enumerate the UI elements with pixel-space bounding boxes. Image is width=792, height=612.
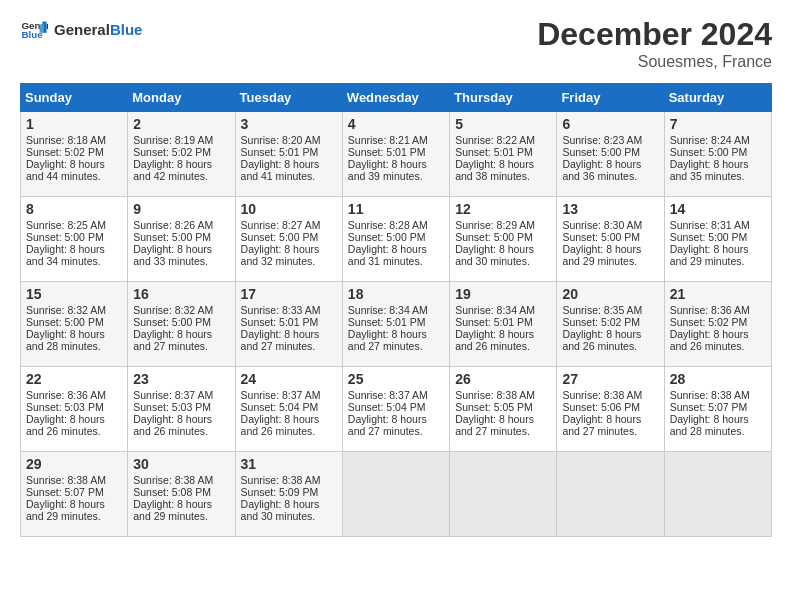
daylight-text: Daylight: 8 hours and 26 minutes.	[670, 328, 766, 352]
day-cell: 4Sunrise: 8:21 AMSunset: 5:01 PMDaylight…	[342, 112, 449, 197]
sunset-text: Sunset: 5:08 PM	[133, 486, 229, 498]
svg-marker-3	[40, 24, 44, 32]
sunset-text: Sunset: 5:01 PM	[348, 146, 444, 158]
day-number: 30	[133, 456, 229, 472]
sunset-text: Sunset: 5:00 PM	[133, 316, 229, 328]
sunrise-text: Sunrise: 8:28 AM	[348, 219, 444, 231]
logo-text: GeneralBlue	[54, 21, 142, 39]
sunrise-text: Sunrise: 8:26 AM	[133, 219, 229, 231]
header-day: Tuesday	[235, 84, 342, 112]
daylight-text: Daylight: 8 hours and 31 minutes.	[348, 243, 444, 267]
sunset-text: Sunset: 5:06 PM	[562, 401, 658, 413]
daylight-text: Daylight: 8 hours and 33 minutes.	[133, 243, 229, 267]
day-cell: 7Sunrise: 8:24 AMSunset: 5:00 PMDaylight…	[664, 112, 771, 197]
header-day: Sunday	[21, 84, 128, 112]
sunrise-text: Sunrise: 8:24 AM	[670, 134, 766, 146]
daylight-text: Daylight: 8 hours and 44 minutes.	[26, 158, 122, 182]
daylight-text: Daylight: 8 hours and 34 minutes.	[26, 243, 122, 267]
header: General Blue GeneralBlue December 2024 S…	[20, 16, 772, 71]
sunset-text: Sunset: 5:05 PM	[455, 401, 551, 413]
header-day: Friday	[557, 84, 664, 112]
day-number: 25	[348, 371, 444, 387]
day-number: 12	[455, 201, 551, 217]
daylight-text: Daylight: 8 hours and 27 minutes.	[455, 413, 551, 437]
daylight-text: Daylight: 8 hours and 41 minutes.	[241, 158, 337, 182]
day-cell: 29Sunrise: 8:38 AMSunset: 5:07 PMDayligh…	[21, 452, 128, 537]
sunrise-text: Sunrise: 8:21 AM	[348, 134, 444, 146]
day-cell: 22Sunrise: 8:36 AMSunset: 5:03 PMDayligh…	[21, 367, 128, 452]
daylight-text: Daylight: 8 hours and 27 minutes.	[241, 328, 337, 352]
day-cell: 3Sunrise: 8:20 AMSunset: 5:01 PMDaylight…	[235, 112, 342, 197]
daylight-text: Daylight: 8 hours and 26 minutes.	[562, 328, 658, 352]
sunset-text: Sunset: 5:01 PM	[348, 316, 444, 328]
day-number: 24	[241, 371, 337, 387]
sunrise-text: Sunrise: 8:30 AM	[562, 219, 658, 231]
calendar-table: SundayMondayTuesdayWednesdayThursdayFrid…	[20, 83, 772, 537]
sunrise-text: Sunrise: 8:23 AM	[562, 134, 658, 146]
day-number: 20	[562, 286, 658, 302]
sunset-text: Sunset: 5:03 PM	[133, 401, 229, 413]
day-number: 9	[133, 201, 229, 217]
title-block: December 2024 Souesmes, France	[537, 16, 772, 71]
sunset-text: Sunset: 5:00 PM	[562, 231, 658, 243]
logo: General Blue GeneralBlue	[20, 16, 142, 44]
daylight-text: Daylight: 8 hours and 29 minutes.	[133, 498, 229, 522]
daylight-text: Daylight: 8 hours and 26 minutes.	[133, 413, 229, 437]
day-number: 2	[133, 116, 229, 132]
sunrise-text: Sunrise: 8:20 AM	[241, 134, 337, 146]
sunrise-text: Sunrise: 8:38 AM	[241, 474, 337, 486]
sunset-text: Sunset: 5:01 PM	[241, 146, 337, 158]
daylight-text: Daylight: 8 hours and 26 minutes.	[455, 328, 551, 352]
day-cell	[557, 452, 664, 537]
sunrise-text: Sunrise: 8:32 AM	[26, 304, 122, 316]
sunrise-text: Sunrise: 8:35 AM	[562, 304, 658, 316]
day-number: 16	[133, 286, 229, 302]
day-cell: 25Sunrise: 8:37 AMSunset: 5:04 PMDayligh…	[342, 367, 449, 452]
day-cell: 17Sunrise: 8:33 AMSunset: 5:01 PMDayligh…	[235, 282, 342, 367]
sunrise-text: Sunrise: 8:38 AM	[455, 389, 551, 401]
day-cell	[664, 452, 771, 537]
day-number: 14	[670, 201, 766, 217]
day-cell: 18Sunrise: 8:34 AMSunset: 5:01 PMDayligh…	[342, 282, 449, 367]
sunrise-text: Sunrise: 8:33 AM	[241, 304, 337, 316]
sunset-text: Sunset: 5:01 PM	[455, 146, 551, 158]
sunrise-text: Sunrise: 8:37 AM	[348, 389, 444, 401]
sunset-text: Sunset: 5:01 PM	[455, 316, 551, 328]
daylight-text: Daylight: 8 hours and 27 minutes.	[348, 328, 444, 352]
daylight-text: Daylight: 8 hours and 30 minutes.	[455, 243, 551, 267]
week-row: 22Sunrise: 8:36 AMSunset: 5:03 PMDayligh…	[21, 367, 772, 452]
daylight-text: Daylight: 8 hours and 30 minutes.	[241, 498, 337, 522]
daylight-text: Daylight: 8 hours and 42 minutes.	[133, 158, 229, 182]
day-number: 28	[670, 371, 766, 387]
sunrise-text: Sunrise: 8:25 AM	[26, 219, 122, 231]
sunset-text: Sunset: 5:02 PM	[133, 146, 229, 158]
sunset-text: Sunset: 5:02 PM	[670, 316, 766, 328]
day-cell: 27Sunrise: 8:38 AMSunset: 5:06 PMDayligh…	[557, 367, 664, 452]
daylight-text: Daylight: 8 hours and 29 minutes.	[670, 243, 766, 267]
daylight-text: Daylight: 8 hours and 28 minutes.	[26, 328, 122, 352]
daylight-text: Daylight: 8 hours and 26 minutes.	[26, 413, 122, 437]
day-number: 3	[241, 116, 337, 132]
sunset-text: Sunset: 5:00 PM	[348, 231, 444, 243]
day-number: 21	[670, 286, 766, 302]
day-number: 13	[562, 201, 658, 217]
sunrise-text: Sunrise: 8:29 AM	[455, 219, 551, 231]
daylight-text: Daylight: 8 hours and 26 minutes.	[241, 413, 337, 437]
sunset-text: Sunset: 5:00 PM	[26, 231, 122, 243]
month-title: December 2024	[537, 16, 772, 53]
sunrise-text: Sunrise: 8:19 AM	[133, 134, 229, 146]
sunrise-text: Sunrise: 8:36 AM	[26, 389, 122, 401]
day-number: 5	[455, 116, 551, 132]
sunset-text: Sunset: 5:04 PM	[348, 401, 444, 413]
header-day: Wednesday	[342, 84, 449, 112]
daylight-text: Daylight: 8 hours and 35 minutes.	[670, 158, 766, 182]
day-number: 19	[455, 286, 551, 302]
day-number: 10	[241, 201, 337, 217]
day-number: 23	[133, 371, 229, 387]
sunrise-text: Sunrise: 8:34 AM	[348, 304, 444, 316]
day-number: 31	[241, 456, 337, 472]
daylight-text: Daylight: 8 hours and 28 minutes.	[670, 413, 766, 437]
day-number: 8	[26, 201, 122, 217]
daylight-text: Daylight: 8 hours and 29 minutes.	[26, 498, 122, 522]
day-cell: 14Sunrise: 8:31 AMSunset: 5:00 PMDayligh…	[664, 197, 771, 282]
